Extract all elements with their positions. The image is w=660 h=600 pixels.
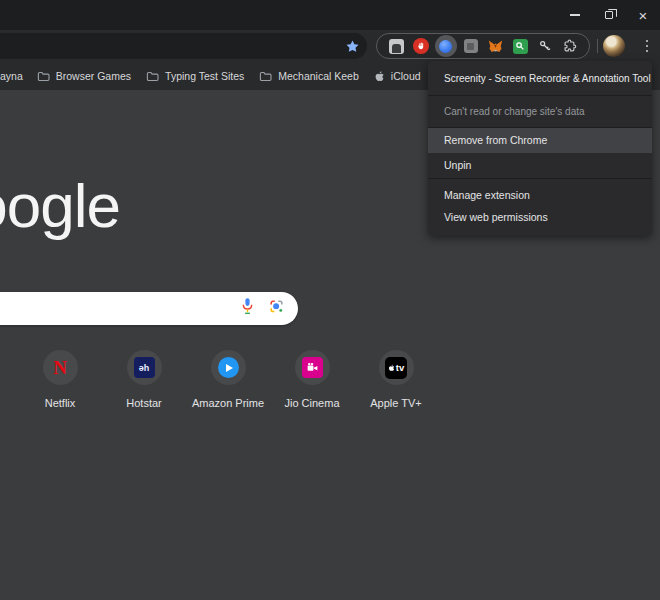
menu-item-manage-extension[interactable]: Manage extension [428, 184, 652, 206]
browser-window: × [0, 0, 660, 600]
folder-icon [259, 71, 272, 82]
muted-extension-icon [464, 39, 478, 53]
menu-item-view-web-permissions[interactable]: View web permissions [428, 206, 652, 228]
shortcut-circle: tv [379, 350, 414, 385]
extension-menu-title: Screenity - Screen Recorder & Annotation… [428, 61, 652, 95]
muted-extension-button[interactable] [460, 35, 482, 57]
shortcut-label: Netflix [45, 397, 76, 409]
shortcut-circle [211, 350, 246, 385]
google-logo: Google [0, 176, 120, 241]
extension-context-menu: Screenity - Screen Recorder & Annotation… [428, 61, 652, 235]
bookmark-item-icloud[interactable]: iCloud [374, 70, 421, 83]
address-bar[interactable] [0, 33, 367, 59]
menu-bottom-section: Manage extension View web permissions [428, 179, 652, 231]
shortcut-hotstar[interactable]: ǝh Hotstar [102, 350, 186, 409]
shortcut-circle: N [43, 350, 78, 385]
shortcut-label: Jio Cinema [284, 397, 339, 409]
green-magnifier-icon [513, 39, 528, 54]
bookmark-label: ayna [0, 70, 23, 82]
window-controls: × [558, 0, 660, 30]
google-logo-clip: Google [0, 176, 132, 260]
bookmark-folder-typing-test-sites[interactable]: Typing Test Sites [146, 70, 244, 82]
shortcut-label: Amazon Prime [192, 397, 264, 409]
apple-tv-icon: tv [385, 357, 407, 379]
toolbar-separator [597, 39, 598, 53]
ad-blocker-hand-icon [413, 38, 429, 54]
bookmark-item-ayna[interactable]: ayna [0, 70, 23, 82]
browser-toolbar [0, 30, 660, 62]
kebab-dot [646, 50, 649, 53]
extensions-container [376, 33, 590, 59]
bookmark-label: Typing Test Sites [165, 70, 244, 82]
screenshot-tool-icon [389, 39, 404, 54]
bookmark-folder-mechanical-keeb[interactable]: Mechanical Keeb [259, 70, 359, 82]
bookmark-folder-browser-games[interactable]: Browser Games [37, 70, 131, 82]
chrome-menu-button[interactable] [639, 35, 655, 57]
play-triangle [226, 364, 233, 372]
bookmark-label: Browser Games [56, 70, 131, 82]
kebab-dot [646, 40, 649, 43]
profile-avatar[interactable] [603, 35, 625, 57]
bookmark-label: Mechanical Keeb [278, 70, 359, 82]
close-button[interactable]: × [626, 0, 660, 30]
titlebar: × [0, 0, 660, 30]
bookmark-label: iCloud [391, 70, 421, 82]
adblocker-extension-button[interactable] [410, 35, 432, 57]
key-extension-button[interactable] [534, 35, 556, 57]
restore-icon [605, 11, 613, 19]
folder-icon [37, 71, 50, 82]
shortcut-apple-tv[interactable]: tv Apple TV+ [354, 350, 438, 409]
shortcut-label: Apple TV+ [370, 397, 421, 409]
screenshot-extension-button[interactable] [385, 35, 407, 57]
hotstar-icon: ǝh [134, 357, 155, 378]
lens-icon[interactable] [268, 298, 285, 319]
shortcut-label: Hotstar [126, 397, 161, 409]
apple-icon [374, 70, 385, 83]
shortcut-amazon-prime[interactable]: Amazon Prime [186, 350, 270, 409]
metamask-fox-icon [487, 38, 504, 55]
menu-item-remove-from-chrome[interactable]: Remove from Chrome [428, 128, 652, 153]
shortcut-circle: ǝh [127, 350, 162, 385]
prime-play-icon [218, 357, 239, 378]
jio-camera-icon [302, 357, 323, 378]
apple-glyph [388, 364, 395, 372]
netflix-icon: N [53, 357, 67, 379]
shortcut-netflix[interactable]: N Netflix [18, 350, 102, 409]
metamask-extension-button[interactable] [484, 35, 506, 57]
kebab-dot [646, 45, 649, 48]
minimize-icon [570, 14, 580, 16]
shortcut-tiles: N Netflix ǝh Hotstar Amazon Prime Jio Ci… [0, 350, 660, 430]
close-icon: × [639, 8, 648, 23]
restore-button[interactable] [592, 0, 626, 30]
folder-icon [146, 71, 159, 82]
minimize-button[interactable] [558, 0, 592, 30]
extension-menu-status: Can't read or change site's data [428, 96, 652, 127]
extensions-puzzle-icon [562, 38, 578, 54]
menu-item-unpin[interactable]: Unpin [428, 153, 652, 178]
key-tool-icon [538, 39, 552, 53]
extensions-menu-button[interactable] [559, 35, 581, 57]
star-icon [345, 39, 360, 54]
shortcut-jio-cinema[interactable]: Jio Cinema [270, 350, 354, 409]
bookmark-star-button[interactable] [344, 38, 360, 54]
screenity-extension-button[interactable] [435, 35, 457, 57]
magnifier-extension-button[interactable] [509, 35, 531, 57]
screenity-icon [439, 40, 452, 53]
shortcut-circle [295, 350, 330, 385]
tv-text: tv [396, 362, 404, 373]
search-box[interactable] [0, 292, 298, 325]
mic-icon[interactable] [240, 297, 255, 320]
